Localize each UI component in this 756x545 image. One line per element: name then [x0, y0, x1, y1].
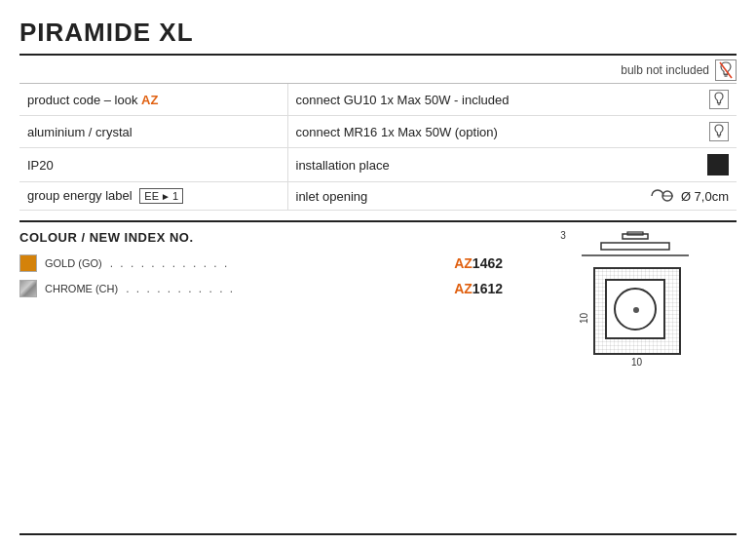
product-title: PIRAMIDE XL — [19, 18, 737, 48]
chrome-code: AZ1612 — [454, 281, 503, 296]
svg-rect-6 — [718, 136, 720, 137]
bulb-note-row: bulb not included — [19, 56, 737, 83]
connect-mr16-text: connect MR16 1x Max 50W (option) — [296, 125, 498, 139]
energy-arrow-icon: ► — [161, 191, 170, 202]
spec-row-2: aluminium / crystal connect MR16 1x Max … — [19, 116, 737, 148]
inlet-opening-text: inlet opening — [296, 189, 368, 204]
inlet-size-container: Ø 7,0cm — [650, 188, 729, 204]
top-view-diagram — [593, 267, 681, 355]
chrome-dots: . . . . . . . . . . . — [126, 282, 446, 295]
top-view-wrap: 10 — [593, 267, 681, 368]
material-text: aluminium / crystal — [27, 125, 132, 139]
spec-left-3: IP20 — [19, 148, 287, 182]
svg-rect-0 — [724, 74, 728, 75]
energy-label-num: 1 — [172, 190, 178, 202]
inlet-icon — [650, 188, 675, 204]
svg-rect-4 — [718, 104, 720, 105]
colour-list: COLOUR / NEW INDEX NO. GOLD (GO) . . . .… — [19, 230, 522, 368]
spec-right-3: installation place — [287, 148, 737, 182]
svg-rect-3 — [718, 103, 721, 104]
spec-right-4: inlet opening Ø 7,0cm — [287, 182, 737, 211]
spec-left-4: group energy label EE ► 1 — [19, 182, 287, 211]
connect-gu10-text: connect GU10 1x Max 50W - included — [296, 93, 510, 107]
colour-section: COLOUR / NEW INDEX NO. GOLD (GO) . . . .… — [19, 230, 737, 368]
spec-row-4: group energy label EE ► 1 inlet opening — [19, 182, 737, 211]
energy-label-value: EE — [144, 190, 159, 202]
inlet-size-text: Ø 7,0cm — [681, 189, 729, 204]
svg-rect-1 — [725, 76, 728, 77]
installation-icon — [707, 154, 729, 175]
svg-rect-5 — [718, 136, 721, 136]
colour-gold-row: GOLD (GO) . . . . . . . . . . . . AZ1462 — [19, 254, 503, 272]
spec-left-1: product code – look AZ — [19, 84, 287, 116]
spec-row-3: IP20 installation place — [19, 148, 737, 182]
chrome-swatch — [19, 280, 37, 297]
svg-rect-11 — [601, 243, 669, 250]
bottom-bar — [19, 533, 737, 535]
spec-row-1: product code – look AZ connect GU10 1x M… — [19, 84, 737, 116]
diagram-section: 3 10 — [522, 230, 737, 368]
mr16-bulb-icon — [709, 122, 729, 141]
colour-section-title: COLOUR / NEW INDEX NO. — [19, 230, 503, 245]
specs-table: product code – look AZ connect GU10 1x M… — [19, 84, 737, 211]
gold-dots: . . . . . . . . . . . . — [110, 256, 447, 270]
gold-swatch — [19, 254, 37, 272]
product-code-label: product code – look — [27, 93, 141, 107]
tv-center-dot — [633, 307, 639, 313]
energy-label-badge: EE ► 1 — [139, 188, 183, 204]
bulb-note-text: bulb not included — [621, 63, 709, 77]
product-code-az: AZ — [141, 93, 158, 107]
side-view — [572, 230, 699, 259]
dim-10-vert-label: 10 — [579, 274, 589, 362]
colour-chrome-row: CHROME (CH) . . . . . . . . . . . AZ1612 — [19, 280, 503, 297]
gold-code: AZ1462 — [454, 255, 503, 271]
page: PIRAMIDE XL bulb not included product co… — [0, 0, 756, 545]
side-profile-svg — [572, 230, 699, 259]
dim-3-label: 3 — [560, 230, 566, 241]
gold-label: GOLD (GO) — [45, 257, 102, 269]
dim-10-horiz-label: 10 — [631, 357, 642, 368]
bulb-not-included-icon — [715, 59, 737, 81]
installation-place-text: installation place — [296, 158, 390, 173]
top-view-container: 10 10 — [579, 267, 681, 368]
section-divider — [19, 220, 737, 222]
chrome-label: CHROME (CH) — [45, 283, 118, 294]
spec-right-1: connect GU10 1x Max 50W - included — [287, 84, 737, 116]
spec-right-2: connect MR16 1x Max 50W (option) — [287, 116, 737, 148]
energy-label-text: group energy label — [27, 188, 135, 203]
ip-rating-text: IP20 — [27, 158, 54, 173]
spec-left-2: aluminium / crystal — [19, 116, 287, 148]
gu10-bulb-icon — [709, 90, 729, 109]
side-view-container: 3 — [560, 230, 699, 259]
